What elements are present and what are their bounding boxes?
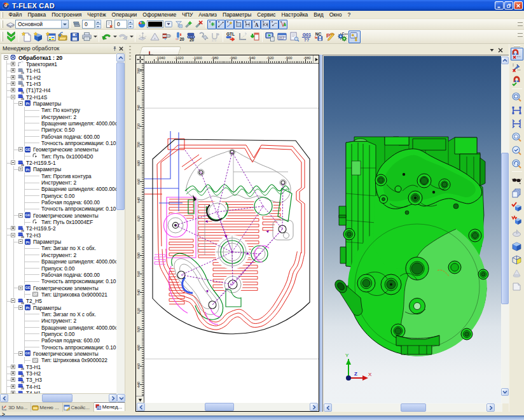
tree-vscrollbar[interactable] [116, 53, 125, 394]
sel-dimension-icon[interactable] [243, 20, 252, 29]
model-canvas-3d[interactable]: X Z Y [324, 56, 501, 403]
tree-item[interactable]: T3-H1 [1, 363, 116, 370]
scroll-up-arrow-icon[interactable] [501, 57, 509, 64]
tree-item[interactable]: Траектория1 [1, 60, 116, 67]
color-sphere-icon[interactable] [137, 20, 147, 29]
tflex-start-icon[interactable] [5, 31, 17, 43]
page-tab[interactable] [139, 46, 181, 55]
tree-item[interactable]: T2-H159.5-1 [1, 160, 116, 166]
tree-item[interactable]: T3_H3 [1, 377, 116, 383]
tree-item[interactable]: Вращение шпинделя: 4000.00об/мин [1, 120, 116, 126]
panel-tab-3dмо[interactable]: 3D Мо... [0, 403, 31, 412]
sheet-gray-icon[interactable] [511, 280, 523, 293]
ruler-vertical[interactable]: 7807607407207006806606406206005805605405… [136, 64, 144, 397]
sel-text-icon[interactable] [252, 20, 261, 29]
menu-настройка[interactable]: Настройка [279, 11, 311, 18]
print-dropdown[interactable] [93, 32, 97, 41]
zoom-page-icon[interactable] [511, 130, 523, 143]
tree-item[interactable]: Вращение шпинделя: 4000.00об/мин [1, 258, 116, 265]
tree-item[interactable]: Обработка1 : 20 [1, 54, 116, 60]
panel-tab-меню[interactable]: Меню ... [31, 403, 62, 412]
menu-файл[interactable]: Файл [6, 11, 25, 18]
machine-schema-icon[interactable] [348, 31, 361, 43]
tree-item[interactable]: Инструмент: 2 [1, 179, 116, 186]
tree-collapse-minus[interactable] [11, 160, 15, 165]
export-page-icon[interactable] [249, 31, 261, 43]
page-spinner[interactable] [128, 20, 134, 29]
tree-item[interactable]: Тип: Зигзаг по X с обх. [1, 311, 116, 317]
level-field[interactable]: 0 [82, 20, 95, 29]
tree-item[interactable]: T2-H159.5-2 [1, 225, 116, 232]
pan-cross-icon[interactable] [136, 55, 144, 64]
snap-pin-icon[interactable] [511, 61, 523, 74]
snap-on-icon[interactable] [511, 74, 523, 87]
tree-item[interactable]: Тип: Путь 0x10004EF [1, 219, 116, 225]
tree-item[interactable]: Точность аппроксимации: 0.10 [1, 206, 116, 212]
tree-item[interactable]: Припуск: 0.00 [1, 330, 116, 337]
menu-окно[interactable]: Окно [326, 11, 345, 18]
tree-collapse-minus[interactable] [18, 147, 23, 151]
view3d-vscroll-thumb[interactable] [501, 153, 509, 304]
tree-item[interactable]: Инструмент: 2 [1, 113, 116, 120]
scroll-right-arrow-icon[interactable] [486, 403, 495, 412]
ruler-horizontal[interactable]: -1040-1020-1000-980-960-940-920-900-880 [144, 55, 314, 64]
sel-dim-h-icon[interactable] [261, 20, 270, 29]
tree-item[interactable]: T1-H2 [1, 74, 116, 80]
tree-item[interactable]: Геометрические элементы [1, 212, 116, 218]
tree-item[interactable]: Вращение шпинделя: 4000.00об/мин [1, 186, 116, 192]
menu-?[interactable]: ? [345, 11, 354, 18]
tree-collapse-minus[interactable] [11, 298, 15, 303]
tree-item[interactable]: Припуск: 0.00 [1, 265, 116, 271]
spin-up-icon[interactable] [95, 20, 101, 24]
snap-off-icon[interactable] [511, 48, 523, 60]
view3d-hscrollbar[interactable] [324, 403, 502, 412]
spin-down-icon[interactable] [128, 24, 134, 29]
scroll-left-arrow-icon[interactable] [137, 403, 145, 411]
tree-item[interactable]: Тип: Штриховка 0x9000022 [1, 357, 116, 363]
tree-item[interactable]: T1-H3 [1, 80, 116, 87]
combo-arrow-icon[interactable] [61, 20, 68, 28]
view3d-hscroll-thumb[interactable] [401, 403, 426, 412]
check-cube-icon[interactable] [511, 200, 523, 213]
g01-icon[interactable] [300, 31, 312, 43]
tree-item[interactable]: T2-H14S [1, 94, 116, 100]
menu-анализ[interactable]: Анализ [196, 11, 220, 18]
tree-item[interactable]: T2_H5 [1, 298, 116, 304]
tree-item[interactable]: Тип: Путь 0x10004D0 [1, 153, 116, 159]
undo-icon[interactable] [100, 31, 113, 43]
hook-cursor-icon[interactable] [197, 31, 209, 43]
tree-item[interactable]: Точность аппроксимации: 0.10 [1, 278, 116, 284]
view2d-hscroll-thumb[interactable] [205, 403, 234, 411]
tree-expand-plus[interactable] [11, 371, 15, 375]
layer-slab-icon[interactable] [5, 20, 15, 29]
tree-hscrollbar[interactable] [0, 394, 125, 402]
menu-чпу[interactable]: ЧПУ [179, 11, 196, 18]
tree-expand-plus[interactable] [11, 88, 15, 92]
tree-item[interactable]: T3-H2 [1, 370, 116, 377]
level-spinner[interactable] [95, 20, 101, 29]
tree-item[interactable]: Тип: Зигзаг по X с обх. [1, 245, 116, 251]
filter-drop-icon[interactable] [163, 20, 174, 29]
tree-item[interactable]: Припуск: 0.50 [1, 127, 116, 133]
tree-collapse-minus[interactable] [18, 101, 23, 106]
new-dialog-icon[interactable] [45, 31, 57, 43]
warning-gray-icon[interactable] [149, 31, 161, 43]
tree-item[interactable]: Геометрические элементы [1, 284, 116, 291]
zoom-select-icon[interactable] [511, 144, 523, 157]
postprocessor-icon[interactable] [324, 31, 336, 43]
sel-line-icon[interactable] [216, 20, 225, 29]
toolbar-grip[interactable] [1, 20, 3, 27]
zoom-rotate-icon[interactable] [511, 157, 523, 170]
sel-rough-icon[interactable] [279, 20, 287, 29]
panel-tab-свойс[interactable]: Свойс... [63, 403, 94, 412]
nc-save-icon[interactable] [312, 31, 324, 43]
new-3d-icon[interactable] [32, 31, 45, 43]
menu-сервис[interactable]: Сервис [254, 11, 279, 18]
scroll-left-arrow-icon[interactable] [324, 403, 332, 412]
sel-construction-icon[interactable] [207, 20, 216, 29]
tree-item[interactable]: Припуск: 0.00 [1, 192, 116, 199]
panel-splitter[interactable] [125, 44, 135, 412]
zoom-window-icon[interactable] [511, 90, 523, 103]
tree-item[interactable]: T2-H3 [1, 232, 116, 238]
drawing-canvas-2d[interactable] [144, 64, 319, 403]
